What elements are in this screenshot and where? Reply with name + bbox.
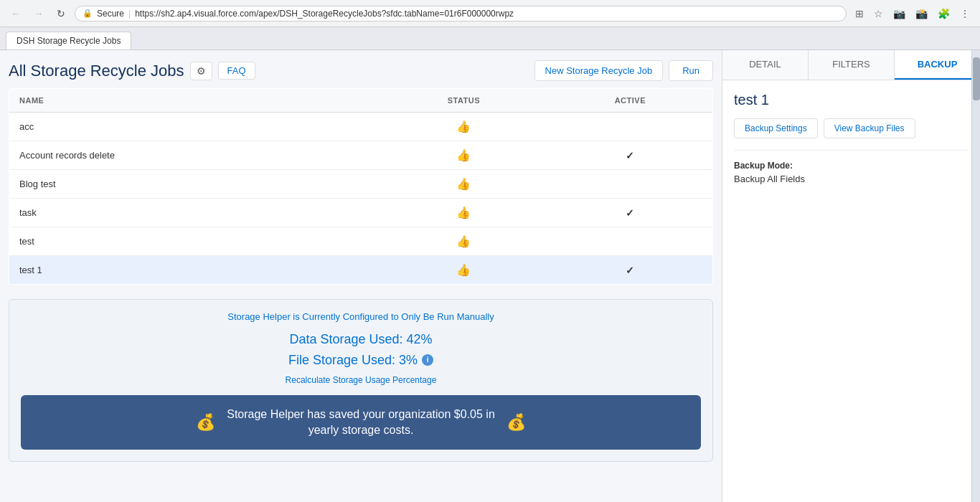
thumb-up-icon: 👍 — [456, 264, 471, 276]
more-button[interactable]: ⋮ — [957, 6, 973, 21]
view-backup-files-button[interactable]: View Backup Files — [824, 118, 915, 138]
job-name-cell: Blog test — [9, 170, 380, 199]
table-row[interactable]: Blog test👍 — [9, 170, 713, 199]
left-panel: All Storage Recycle Jobs ⚙ FAQ New Stora… — [0, 50, 722, 502]
storage-config-text: Storage Helper is Currently Configured t… — [21, 311, 701, 322]
selected-record-name: test 1 — [734, 92, 969, 108]
thumb-up-icon: 👍 — [456, 120, 471, 133]
job-active-cell: ✓ — [548, 256, 713, 285]
bookmark-button[interactable]: ☆ — [871, 6, 886, 21]
right-tab-filters[interactable]: FILTERS — [809, 50, 895, 80]
browser-tab[interactable]: DSH Storage Recycle Jobs — [6, 32, 131, 49]
job-name-cell: task — [9, 199, 380, 227]
camera-button[interactable]: 📸 — [913, 6, 930, 21]
right-panel-content: test 1 Backup Settings View Backup Files… — [722, 80, 980, 502]
job-status-cell: 👍 — [380, 141, 548, 170]
check-icon: ✓ — [626, 265, 634, 276]
data-storage-used: Data Storage Used: 42% — [21, 329, 701, 350]
main-container: All Storage Recycle Jobs ⚙ FAQ New Stora… — [0, 50, 980, 502]
backup-settings-button[interactable]: Backup Settings — [734, 118, 818, 138]
page-header: All Storage Recycle Jobs ⚙ FAQ New Stora… — [9, 50, 713, 88]
url-text: Secure — [97, 9, 124, 19]
file-storage-used-text: File Storage Used: 3% — [288, 350, 418, 371]
run-button[interactable]: Run — [669, 60, 713, 81]
job-active-cell: ✓ — [548, 141, 713, 170]
new-storage-recycle-job-button[interactable]: New Storage Recycle Job — [534, 60, 664, 81]
col-active-header: ACTIVE — [548, 89, 713, 113]
backup-mode-value: Backup All Fields — [734, 174, 969, 184]
file-storage-used: File Storage Used: 3% i — [21, 350, 701, 371]
browser-bar: ← → ↻ 🔒 Secure | https://sh2.ap4.visual.… — [0, 0, 980, 27]
table-row[interactable]: acc👍 — [9, 113, 713, 141]
faq-button[interactable]: FAQ — [218, 62, 255, 80]
savings-banner: 💰 Storage Helper has saved your organiza… — [21, 395, 701, 450]
money-bag-right-icon: 💰 — [507, 413, 526, 432]
tab-bar: DSH Storage Recycle Jobs — [0, 27, 980, 50]
job-name-cell: acc — [9, 113, 380, 141]
right-panel-tabs: DETAILFILTERSBACKUP — [722, 50, 980, 80]
gear-button[interactable]: ⚙ — [190, 62, 212, 80]
right-panel: DETAILFILTERSBACKUP test 1 Backup Settin… — [722, 50, 980, 502]
job-active-cell — [548, 170, 713, 199]
job-active-cell — [548, 113, 713, 141]
col-name-header: NAME — [9, 89, 380, 113]
job-active-cell: ✓ — [548, 199, 713, 227]
page-title: All Storage Recycle Jobs — [9, 62, 184, 80]
job-status-cell: 👍 — [380, 170, 548, 199]
forward-button[interactable]: → — [30, 6, 47, 21]
job-status-cell: 👍 — [380, 227, 548, 256]
info-icon[interactable]: i — [422, 354, 433, 366]
table-row[interactable]: task👍✓ — [9, 199, 713, 227]
address-bar[interactable]: 🔒 Secure | https://sh2.ap4.visual.force.… — [75, 6, 847, 22]
back-button[interactable]: ← — [7, 6, 24, 21]
table-row[interactable]: test👍 — [9, 227, 713, 256]
storage-info-box: Storage Helper is Currently Configured t… — [9, 299, 713, 462]
refresh-button[interactable]: ↻ — [53, 6, 69, 21]
check-icon: ✓ — [626, 207, 634, 219]
job-name-cell: test 1 — [9, 256, 380, 285]
recalculate-link[interactable]: Recalculate Storage Usage Percentage — [21, 375, 701, 385]
extensions-button[interactable]: ⊞ — [852, 6, 867, 21]
backup-buttons: Backup Settings View Backup Files — [734, 118, 969, 138]
savings-text: Storage Helper has saved your organizati… — [227, 407, 495, 439]
job-name-cell: test — [9, 227, 380, 256]
url-separator: | — [128, 9, 131, 19]
table-row[interactable]: Account records delete👍✓ — [9, 141, 713, 170]
lock-icon: 🔒 — [83, 9, 93, 18]
thumb-up-icon: 👍 — [456, 235, 471, 247]
jobs-table: NAME STATUS ACTIVE acc👍Account records d… — [9, 88, 713, 285]
job-status-cell: 👍 — [380, 256, 548, 285]
url-full: https://sh2.ap4.visual.force.com/apex/DS… — [135, 9, 514, 19]
thumb-up-icon: 👍 — [456, 207, 471, 219]
right-divider — [734, 150, 969, 151]
job-name-cell: Account records delete — [9, 141, 380, 170]
page-header-left: All Storage Recycle Jobs ⚙ FAQ — [9, 62, 255, 80]
puzzle-button[interactable]: 🧩 — [935, 6, 953, 21]
thumb-up-icon: 👍 — [456, 178, 471, 190]
table-row[interactable]: test 1👍✓ — [9, 256, 713, 285]
job-active-cell — [548, 227, 713, 256]
backup-mode-label: Backup Mode: — [734, 161, 969, 171]
thumb-up-icon: 👍 — [456, 149, 471, 161]
job-status-cell: 👍 — [380, 199, 548, 227]
screenshot-button[interactable]: 📷 — [890, 6, 908, 21]
page-header-right: New Storage Recycle Job Run — [534, 60, 713, 81]
right-tab-detail[interactable]: DETAIL — [722, 50, 809, 80]
right-tab-backup[interactable]: BACKUP — [895, 50, 980, 80]
check-icon: ✓ — [626, 150, 634, 161]
job-status-cell: 👍 — [380, 113, 548, 141]
col-status-header: STATUS — [380, 89, 548, 113]
money-bag-left-icon: 💰 — [196, 413, 215, 432]
browser-actions: ⊞ ☆ 📷 📸 🧩 ⋮ — [852, 6, 973, 21]
